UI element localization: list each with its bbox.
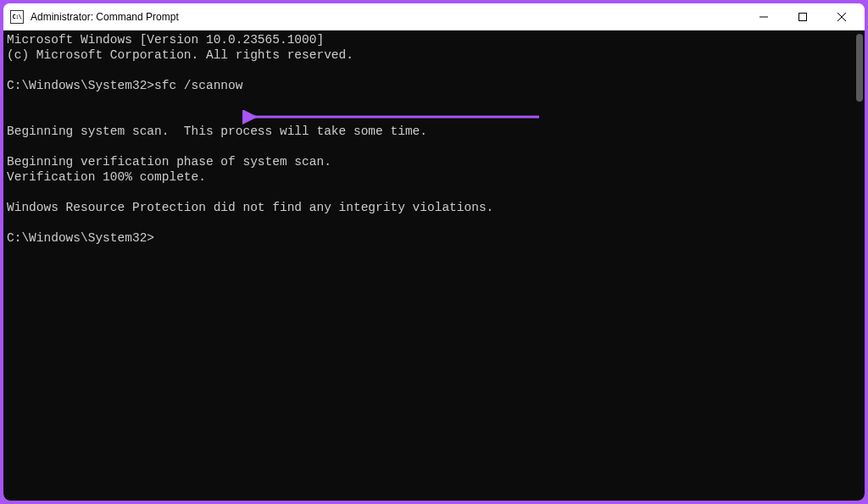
terminal-area[interactable]: Microsoft Windows [Version 10.0.23565.10… bbox=[3, 30, 865, 501]
output-line: Beginning verification phase of system s… bbox=[7, 155, 331, 169]
minimize-button[interactable] bbox=[744, 3, 783, 30]
window-controls bbox=[744, 3, 861, 30]
titlebar[interactable]: C:\ Administrator: Command Prompt bbox=[3, 3, 865, 30]
prompt-line: C:\Windows\System32>sfc /scannow bbox=[7, 79, 242, 92]
terminal-output: Microsoft Windows [Version 10.0.23565.10… bbox=[3, 30, 865, 247]
cmd-icon: C:\ bbox=[10, 10, 24, 24]
output-line: Verification 100% complete. bbox=[7, 170, 206, 184]
output-line: (c) Microsoft Corporation. All rights re… bbox=[7, 48, 353, 62]
prompt-line: C:\Windows\System32> bbox=[7, 231, 154, 245]
close-icon bbox=[837, 13, 846, 21]
scrollbar-thumb[interactable] bbox=[856, 34, 863, 102]
maximize-button[interactable] bbox=[783, 3, 822, 30]
output-line: Microsoft Windows [Version 10.0.23565.10… bbox=[7, 33, 324, 47]
svg-rect-1 bbox=[799, 13, 807, 20]
output-line: Beginning system scan. This process will… bbox=[7, 125, 427, 138]
minimize-icon bbox=[760, 13, 768, 21]
close-button[interactable] bbox=[822, 3, 861, 30]
maximize-icon bbox=[798, 13, 807, 21]
command-prompt-window: C:\ Administrator: Command Prompt Micros… bbox=[3, 3, 865, 501]
window-title: Administrator: Command Prompt bbox=[31, 11, 744, 23]
output-line: Windows Resource Protection did not find… bbox=[7, 201, 493, 214]
